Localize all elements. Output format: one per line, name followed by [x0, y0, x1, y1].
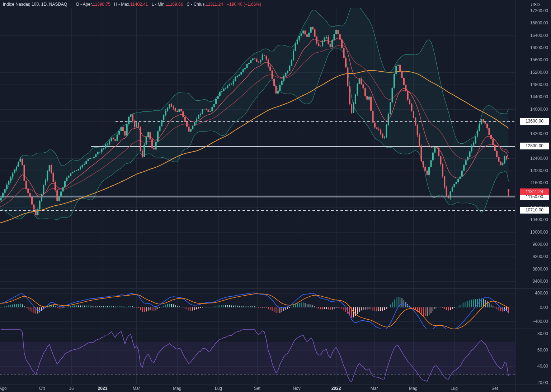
- price-level-label[interactable]: 13600.00: [520, 118, 549, 125]
- time-axis-label: Ott: [39, 386, 45, 391]
- open-value: 11398.75: [93, 2, 110, 7]
- low-label: L - Min.: [151, 2, 166, 7]
- symbol-title[interactable]: Indice Nasdaq 100, 1D, NASDAQ: [3, 2, 67, 7]
- price-axis-label: 14400.00: [522, 94, 548, 100]
- time-axis-label: 16: [69, 386, 74, 391]
- time-axis-label: Ago: [0, 386, 7, 391]
- time-axis-label: Set: [491, 386, 498, 391]
- price-axis-label: 9600.00: [522, 242, 548, 247]
- price-axis-label: 15600.00: [522, 57, 548, 63]
- high-value: 11402.41: [130, 2, 148, 7]
- price-axis-label: 14800.00: [522, 82, 548, 87]
- symbol-legend: Indice Nasdaq 100, 1D, NASDAQO - Aper.11…: [3, 2, 261, 7]
- time-axis[interactable]: AgoOtt162021MarMagLugSetNov2022MarMagLug…: [0, 384, 515, 392]
- price-axis-label: 16000.00: [522, 45, 548, 51]
- rsi-axis-label: 20.00: [522, 380, 548, 386]
- macd-axis-label: 0.00: [522, 305, 548, 310]
- currency-label: USD: [522, 2, 548, 7]
- price-axis-label: 12000.00: [522, 168, 548, 173]
- rsi-axis-label: 60.00: [522, 348, 548, 353]
- price-axis-label: 11600.00: [522, 180, 548, 186]
- time-axis-label: Mag: [173, 386, 181, 391]
- close-label: C - Chius.: [187, 2, 206, 7]
- change-value: −190.40 (−1.66%): [227, 2, 261, 7]
- time-axis-label: 2022: [331, 386, 341, 391]
- macd-axis-label: 400.00: [522, 291, 548, 296]
- trading-chart-window: Indice Nasdaq 100, 1D, NASDAQO - Aper.11…: [0, 0, 551, 392]
- price-axis-label: 14000.00: [522, 107, 548, 112]
- last-price-label[interactable]: 11311.24: [520, 188, 549, 195]
- macd-axis-label: −400.00: [522, 319, 548, 324]
- price-axis[interactable]: USD 17200.0016800.0016400.0016000.001560…: [515, 0, 551, 392]
- time-axis-label: Set: [254, 386, 260, 391]
- rsi-axis-label: 80.00: [522, 331, 548, 336]
- price-axis-label: 10400.00: [522, 217, 548, 223]
- price-axis-label: 16800.00: [522, 20, 548, 26]
- price-axis-label: 17200.00: [522, 8, 548, 14]
- time-axis-label: Lug: [451, 386, 458, 391]
- time-axis-label: Lug: [215, 386, 222, 391]
- price-axis-label: 15200.00: [522, 70, 548, 75]
- price-level-label[interactable]: 10710.00: [520, 207, 549, 214]
- price-axis-label: 10000.00: [522, 230, 548, 235]
- price-chart-canvas[interactable]: [0, 0, 551, 392]
- low-value: 11169.66: [166, 2, 183, 7]
- rsi-axis-label: 40.00: [522, 364, 548, 369]
- price-axis-label: 12400.00: [522, 156, 548, 161]
- time-axis-label: Nov: [293, 386, 300, 391]
- time-axis-label: Mar: [133, 386, 140, 391]
- price-axis-label: 9200.00: [522, 254, 548, 259]
- price-level-label[interactable]: 12800.00: [520, 143, 549, 149]
- high-label: H - Max.: [114, 2, 130, 7]
- time-axis-label: Mar: [371, 386, 378, 391]
- time-axis-label: 2021: [98, 386, 108, 391]
- price-axis-label: 8800.00: [522, 267, 548, 272]
- price-axis-label: 16400.00: [522, 33, 548, 38]
- price-axis-label: 8400.00: [522, 279, 548, 284]
- time-axis-label: Mag: [409, 386, 417, 391]
- open-label: O - Aper.: [76, 2, 93, 7]
- price-axis-label: 13200.00: [522, 131, 548, 137]
- close-value: 11311.24: [206, 2, 223, 7]
